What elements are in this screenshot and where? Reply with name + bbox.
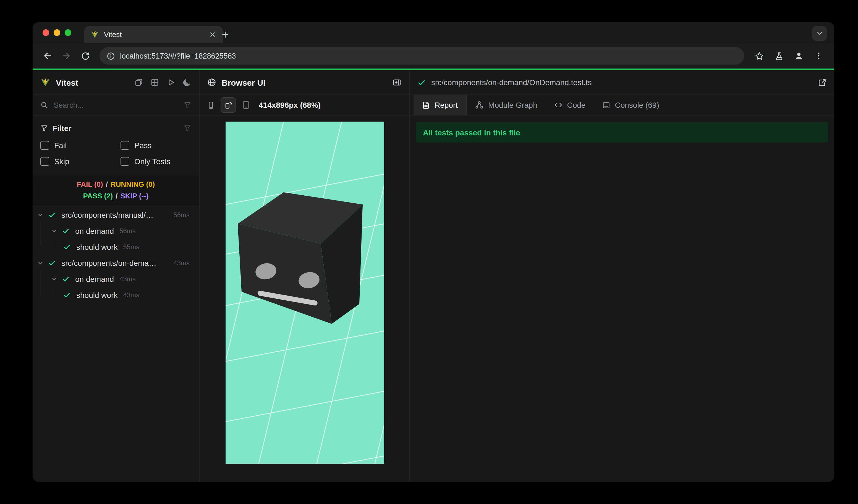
minimize-window-button[interactable]: [54, 29, 60, 36]
browser-ui-title: Browser UI: [222, 78, 265, 87]
console-icon: [602, 101, 610, 109]
separator: /: [115, 192, 117, 200]
tree-guide-line: [54, 238, 54, 247]
check-icon: [62, 227, 70, 234]
open-external-icon[interactable]: [817, 78, 826, 87]
chevron-down-icon[interactable]: [51, 227, 58, 234]
back-button[interactable]: [40, 48, 55, 64]
back-arrow-icon: [43, 51, 52, 61]
vitest-favicon-icon: [91, 30, 99, 39]
profile-button[interactable]: [791, 48, 807, 64]
clear-filter-icon[interactable]: [184, 101, 191, 109]
test-duration: 56ms: [120, 227, 136, 234]
test-detail-panel: src/components/on-demand/OnDemand.test.t…: [410, 70, 834, 482]
tested-component-viewport[interactable]: [225, 121, 384, 464]
new-tab-button[interactable]: [217, 27, 233, 42]
expand-panel-icon[interactable]: [393, 78, 401, 87]
traffic-lights: [43, 29, 71, 36]
filter-options: Fail Pass Skip Only Tests: [41, 135, 191, 169]
tab-module-graph[interactable]: Module Graph: [466, 95, 545, 115]
check-icon: [63, 291, 71, 299]
browser-ui-header: Browser UI: [200, 70, 409, 95]
test-case-row[interactable]: should work 55ms: [33, 239, 199, 255]
tab-console[interactable]: Console (69): [594, 95, 667, 115]
code-icon: [554, 101, 563, 110]
filter-skip-checkbox[interactable]: Skip: [41, 153, 121, 169]
dark-mode-moon-icon[interactable]: [182, 78, 191, 87]
filter-only-tests-checkbox[interactable]: Only Tests: [121, 153, 191, 169]
filter-pass-checkbox[interactable]: Pass: [121, 137, 191, 153]
url-text: localhost:5173/#/?file=1828625563: [120, 52, 236, 60]
checkbox[interactable]: [121, 141, 129, 149]
reload-icon: [80, 51, 90, 61]
tab-label: Report: [434, 101, 458, 110]
close-window-button[interactable]: [43, 29, 49, 36]
tab-report[interactable]: Report: [414, 95, 466, 115]
zoom-window-button[interactable]: [65, 29, 71, 36]
test-case-row[interactable]: should work 43ms: [33, 287, 199, 303]
checkbox[interactable]: [41, 141, 49, 149]
test-tree: src/components/manual/… 56ms on demand 5…: [33, 205, 199, 482]
check-icon: [417, 78, 426, 86]
detail-header: src/components/on-demand/OnDemand.test.t…: [410, 70, 834, 95]
app-name: Vitest: [56, 78, 78, 87]
device-phone-portrait-icon[interactable]: [207, 101, 215, 109]
all-tests-passed-banner: All tests passed in this file: [416, 122, 828, 143]
funnel-icon: [41, 124, 48, 132]
checkbox[interactable]: [41, 157, 49, 165]
tab-close-icon[interactable]: [209, 31, 216, 38]
search-input[interactable]: [52, 100, 179, 110]
bookmark-button[interactable]: [751, 48, 767, 64]
chevron-down-icon[interactable]: [51, 276, 58, 282]
check-icon: [48, 211, 56, 218]
test-suite-row[interactable]: on demand 43ms: [33, 271, 199, 287]
browser-tabstrip: Vitest: [33, 22, 834, 43]
vitest-ui: Vitest: [33, 70, 834, 482]
dock-windows-icon[interactable]: [134, 78, 143, 87]
site-info-icon[interactable]: [107, 52, 115, 60]
address-bar[interactable]: localhost:5173/#/?file=1828625563: [99, 47, 744, 65]
chevron-down-icon[interactable]: [37, 211, 44, 218]
filter-panel: Filter Fail Pass Skip Only Tests: [33, 115, 199, 170]
device-tablet-icon[interactable]: [242, 101, 251, 110]
dashboard-grid-icon[interactable]: [150, 78, 159, 87]
browser-tab[interactable]: Vitest: [84, 26, 223, 43]
test-suite-row[interactable]: on demand 56ms: [33, 223, 199, 239]
menu-button[interactable]: [810, 48, 827, 64]
checkbox[interactable]: [121, 157, 129, 165]
user-avatar-icon: [794, 51, 804, 61]
run-all-icon[interactable]: [166, 78, 175, 87]
vitest-logo-icon: [41, 77, 50, 87]
module-graph-icon: [475, 101, 484, 110]
forward-arrow-icon: [61, 51, 71, 61]
filter-title-row: Filter: [41, 121, 191, 135]
tree-guide-line: [40, 222, 41, 246]
test-file-row[interactable]: src/components/manual/… 56ms: [33, 207, 199, 223]
flask-icon: [774, 51, 784, 61]
tab-title: Vitest: [104, 30, 122, 39]
test-duration: 55ms: [123, 243, 139, 250]
tab-search-button[interactable]: [812, 26, 827, 41]
chevron-down-icon[interactable]: [37, 259, 44, 266]
experiments-button[interactable]: [770, 48, 787, 64]
filter-fail-checkbox[interactable]: Fail: [41, 137, 121, 153]
globe-icon: [207, 78, 216, 87]
star-icon: [754, 51, 764, 61]
filter-reset-icon[interactable]: [184, 124, 191, 132]
tab-label: Console (69): [615, 101, 659, 110]
filter-skip-label: Skip: [54, 157, 69, 165]
check-icon: [48, 259, 56, 267]
forward-button[interactable]: [59, 48, 74, 64]
detail-actions: [817, 78, 826, 87]
search-row: [33, 95, 199, 115]
check-icon: [62, 275, 70, 283]
detail-tabs: Report Module Graph Code Console (69): [410, 95, 834, 115]
viewport-size-label: 414x896px (68%): [259, 101, 321, 110]
stats-line-2: PASS (2)/SKIP (--): [33, 190, 199, 202]
tree-guide-line: [54, 286, 54, 295]
reload-button[interactable]: [77, 48, 93, 64]
tab-code[interactable]: Code: [546, 95, 594, 115]
robot-cube: [238, 192, 363, 324]
test-file-row[interactable]: src/components/on-dema… 43ms: [33, 255, 199, 271]
device-phone-rotate-selected[interactable]: [221, 97, 236, 113]
